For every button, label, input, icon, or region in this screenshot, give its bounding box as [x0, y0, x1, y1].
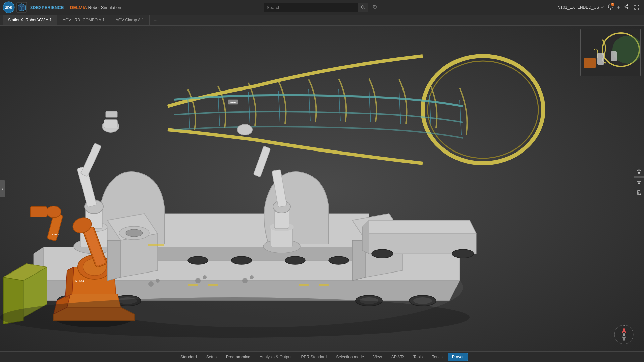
tab-tools[interactable]: Tools [409, 353, 427, 361]
svg-point-97 [372, 249, 393, 258]
svg-point-93 [126, 229, 143, 237]
app-title: 3DEXPERIENCE | DELMIA Robot Simulation [30, 5, 121, 10]
viewport-3d[interactable]: ABB [0, 26, 644, 351]
dassault-logo-icon: 3DS [3, 1, 15, 13]
tab-agv-irb-combo[interactable]: AGV_IRB_COMBO A.1 [57, 15, 110, 25]
share-icon [623, 4, 629, 10]
tab-ar-vr[interactable]: AR-VR [387, 353, 408, 361]
svg-point-27 [413, 297, 432, 304]
svg-rect-129 [611, 51, 617, 61]
search-input[interactable] [264, 3, 358, 12]
compass-svg: N [614, 324, 634, 345]
tab-player[interactable]: Player [448, 353, 468, 361]
svg-text:3DS: 3DS [5, 6, 12, 10]
svg-rect-106 [188, 284, 198, 286]
svg-text:ABB: ABB [230, 101, 236, 104]
tab-analysis-output[interactable]: Analysis & Output [255, 353, 296, 361]
svg-point-28 [188, 256, 208, 264]
scene-3d: ABB [0, 26, 644, 351]
app-cube-icon [16, 2, 28, 13]
svg-rect-108 [299, 284, 309, 286]
svg-marker-91 [121, 234, 158, 277]
tab-view[interactable]: View [369, 353, 386, 361]
svg-point-104 [250, 275, 254, 279]
add-tab-button[interactable]: + [150, 15, 161, 25]
add-button[interactable]: + [616, 4, 621, 11]
right-panel-tools [634, 156, 644, 198]
document-icon [636, 190, 642, 196]
chevron-right-icon: › [2, 186, 3, 191]
right-tool-3[interactable] [634, 177, 644, 187]
app-logo[interactable]: 3DS [3, 1, 28, 13]
svg-marker-90 [107, 240, 121, 281]
search-bar [264, 3, 380, 12]
layers-icon [636, 158, 642, 164]
camera-icon [636, 180, 642, 185]
chevron-down-icon [600, 5, 604, 9]
mini-viewport[interactable] [580, 29, 641, 76]
svg-point-98 [452, 249, 474, 258]
share-button[interactable] [623, 4, 629, 11]
user-label: N101_EXTENDED_CS [557, 5, 599, 10]
svg-rect-107 [208, 284, 218, 286]
svg-point-30 [285, 256, 305, 264]
panel-expand-handle[interactable]: › [0, 180, 5, 197]
svg-point-134 [623, 333, 625, 336]
svg-point-9 [374, 6, 375, 7]
svg-rect-127 [584, 58, 596, 68]
right-tool-4[interactable] [634, 188, 644, 198]
svg-rect-53 [106, 111, 117, 117]
fullscreen-button[interactable] [632, 3, 641, 12]
svg-rect-105 [148, 244, 164, 246]
scene-svg: ABB [0, 26, 644, 351]
topbar-right: N101_EXTENDED_CS 1 + [557, 3, 641, 12]
svg-rect-128 [597, 53, 604, 65]
svg-marker-94 [362, 220, 476, 234]
svg-marker-118 [638, 181, 640, 181]
tab-programming[interactable]: Programming [222, 353, 255, 361]
tab-setup[interactable]: Setup [202, 353, 221, 361]
right-tool-1[interactable] [634, 156, 644, 166]
svg-point-115 [637, 170, 641, 174]
tab-agv-clamp[interactable]: AGV Clamp A.1 [110, 15, 150, 25]
svg-point-114 [638, 171, 640, 173]
svg-text:N: N [623, 324, 625, 327]
tab-station-x-robot-agv[interactable]: StationX_RobotAGV A.1 [3, 15, 57, 25]
svg-point-101 [195, 278, 201, 283]
tab-touch[interactable]: Touch [428, 353, 447, 361]
search-button[interactable] [358, 3, 368, 12]
svg-point-100 [156, 279, 160, 283]
tab-ppr-standard[interactable]: PPR Standard [297, 353, 331, 361]
svg-point-117 [638, 182, 640, 184]
svg-point-99 [148, 281, 154, 287]
notification-badge: 1 [611, 3, 614, 6]
svg-rect-52 [104, 120, 117, 128]
svg-point-11 [610, 9, 611, 10]
tab-standard[interactable]: Standard [176, 353, 201, 361]
right-tool-2[interactable] [634, 167, 644, 177]
svg-rect-112 [637, 161, 641, 161]
svg-point-7 [361, 6, 364, 8]
svg-point-102 [203, 275, 207, 279]
tab-bar: StationX_RobotAGV A.1 AGV_IRB_COMBO A.1 … [0, 15, 644, 26]
tag-icon [372, 5, 378, 10]
fullscreen-icon [634, 5, 639, 10]
svg-text:KUKA: KUKA [75, 280, 84, 283]
tab-selection-mode[interactable]: Selection mode [332, 353, 368, 361]
svg-point-76 [46, 206, 61, 218]
svg-rect-109 [319, 284, 329, 286]
svg-line-8 [364, 8, 365, 9]
svg-point-29 [231, 256, 252, 264]
bottom-toolbar: Standard Setup Programming Analysis & Ou… [0, 351, 644, 362]
compass-widget[interactable]: N [614, 324, 634, 345]
user-badge[interactable]: N101_EXTENDED_CS [557, 5, 604, 10]
top-bar: 3DS 3DEXPERIENCE | DELMIA Robot Simulati… [0, 0, 644, 15]
svg-text:KUKA: KUKA [52, 233, 60, 236]
svg-point-31 [329, 256, 349, 264]
notification-button[interactable]: 1 [607, 3, 614, 12]
mini-view-svg [581, 29, 641, 76]
tag-filter-button[interactable] [370, 3, 380, 12]
svg-rect-77 [30, 207, 47, 217]
svg-point-110 [0, 297, 470, 338]
svg-rect-111 [637, 160, 641, 160]
